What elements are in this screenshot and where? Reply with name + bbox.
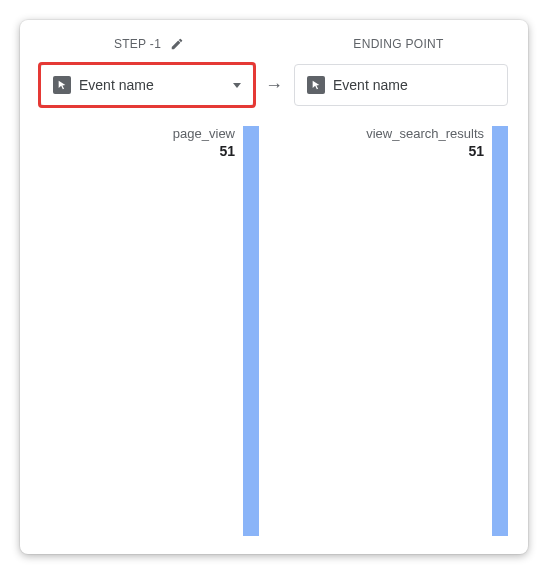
pencil-icon[interactable]: [169, 36, 185, 52]
header-row: STEP -1 ENDING POINT: [40, 36, 508, 52]
step-selector-highlight: Event name: [40, 64, 254, 106]
event-selector-step[interactable]: Event name: [40, 64, 254, 106]
step-header: STEP -1: [40, 36, 259, 52]
ending-selector-wrapper: Event name: [294, 64, 508, 106]
step-column: page_view 51: [40, 126, 259, 536]
event-name: view_search_results: [289, 126, 484, 141]
step-bar[interactable]: [243, 126, 259, 536]
cursor-icon: [307, 76, 325, 94]
event-count: 51: [289, 143, 484, 159]
ending-column: view_search_results 51: [289, 126, 508, 536]
step-label: STEP -1: [114, 37, 161, 51]
cursor-icon: [53, 76, 71, 94]
selector-label: Event name: [333, 77, 495, 93]
data-visualization-row: page_view 51 view_search_results 51: [40, 126, 508, 536]
step-data-text: page_view 51: [40, 126, 243, 536]
event-count: 51: [40, 143, 235, 159]
ending-bar[interactable]: [492, 126, 508, 536]
selectors-row: Event name → Event name: [40, 64, 508, 106]
ending-data-text: view_search_results 51: [289, 126, 492, 536]
chevron-down-icon: [233, 83, 241, 88]
ending-header: ENDING POINT: [289, 37, 508, 51]
ending-label: ENDING POINT: [353, 37, 443, 51]
path-exploration-panel: STEP -1 ENDING POINT Event name →: [20, 20, 528, 554]
arrow-right-icon: →: [260, 75, 288, 96]
event-selector-ending[interactable]: Event name: [294, 64, 508, 106]
selector-label: Event name: [79, 77, 225, 93]
event-name: page_view: [40, 126, 235, 141]
